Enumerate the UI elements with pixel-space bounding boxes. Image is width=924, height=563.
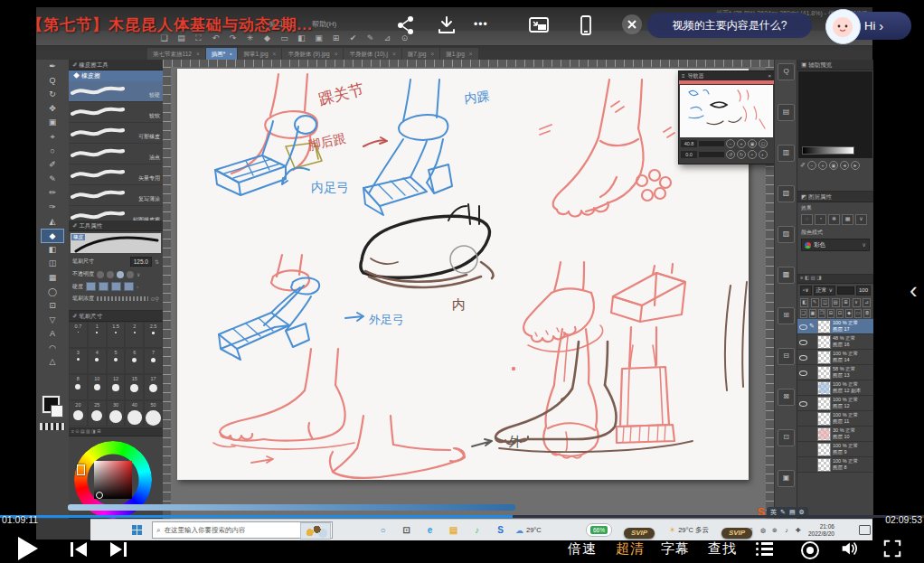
tool-icon[interactable]: A — [41, 327, 64, 342]
quality-button[interactable]: 超清 — [616, 540, 645, 558]
close-icon[interactable] — [622, 14, 642, 34]
subtitle-button[interactable]: 字幕 — [661, 540, 690, 558]
navigator-thumbnail[interactable] — [680, 85, 773, 137]
brush-size-cell[interactable]: 6 — [125, 348, 144, 374]
panel-launcher-icon[interactable]: ▩ — [778, 267, 795, 284]
canvas-horizontal-scrollbar[interactable] — [68, 504, 515, 511]
brush-size-cell[interactable]: 20 — [69, 400, 88, 427]
panel-launcher-icon[interactable]: ▤ — [778, 104, 795, 121]
layer-thumbnail[interactable] — [817, 366, 831, 380]
brush-size-cell[interactable]: 1.5 — [107, 322, 126, 348]
navigator-close-icon[interactable]: × — [768, 71, 771, 80]
taskbar-app-icon[interactable]: e — [423, 523, 437, 537]
layer-visibility-toggle[interactable] — [799, 399, 807, 408]
layer-row[interactable]: ✎ 100 % 正常图层 11 — [797, 411, 873, 427]
taskbar-app-icon[interactable]: ♪ — [470, 523, 484, 537]
layer-thumbnail[interactable] — [817, 443, 831, 456]
new-layer-icon[interactable]: ❑ — [800, 309, 807, 318]
brush-size-cell[interactable]: 8 — [69, 374, 88, 400]
start-button[interactable] — [132, 520, 142, 540]
record-icon[interactable] — [801, 541, 819, 559]
brush-size-cell[interactable]: 1 — [88, 322, 107, 348]
next-episode-button[interactable] — [108, 541, 128, 558]
zoom-out-icon[interactable]: − — [726, 139, 735, 148]
eyedropper-icon[interactable]: ✐ — [800, 162, 806, 169]
brush-size-cell[interactable]: 15 — [125, 374, 144, 400]
rotate-right-icon[interactable]: ↻ — [737, 150, 746, 159]
layer-visibility-toggle[interactable] — [799, 430, 807, 438]
layer-thumbnail[interactable] — [817, 427, 831, 441]
taskbar-app-icon[interactable]: S — [494, 523, 507, 537]
zoom-in-icon[interactable]: + — [737, 139, 746, 148]
layer-thumbnail[interactable] — [817, 320, 831, 333]
panel-launcher-icon[interactable]: ▥ — [778, 145, 795, 162]
fullscreen-icon[interactable] — [882, 539, 902, 558]
brush-size-cell[interactable]: 50 — [144, 400, 163, 427]
layer-row[interactable]: ✎ 100 % 正常图层 12 — [797, 396, 873, 411]
tray-icon[interactable]: ✚ — [793, 527, 804, 534]
tool-icon[interactable]: △ — [41, 355, 64, 370]
subtool-item[interactable]: 矢量专用 — [69, 164, 163, 185]
weather-tray[interactable]: ☀ 29°C 多云 — [669, 520, 709, 540]
taskbar-app-icon[interactable]: ▤ — [447, 523, 460, 537]
navigator-window[interactable]: ≡导航器 × 40.8 − — [678, 70, 775, 164]
volume-icon[interactable] — [839, 539, 859, 558]
brush-size-cell[interactable]: 0.7 — [69, 322, 88, 348]
layer-visibility-toggle[interactable] — [799, 369, 807, 377]
layer-thumbnail[interactable] — [817, 458, 831, 472]
tool-icon[interactable]: ◠ — [41, 342, 64, 356]
speed-button[interactable]: 倍速 — [568, 540, 597, 558]
tool-icon[interactable]: ✥ — [41, 102, 64, 117]
brush-size-value[interactable]: 125.0 — [130, 257, 152, 267]
layer-visibility-toggle[interactable] — [799, 415, 807, 423]
cast-icon[interactable] — [575, 14, 597, 36]
layer-thumbnail[interactable] — [817, 335, 831, 349]
navigator-rotate-value[interactable]: 0.0 — [681, 151, 697, 158]
flip-icon[interactable]: ◐ — [759, 150, 768, 159]
subtool-item[interactable]: 复写薄涂 — [69, 185, 163, 206]
brush-size-cell[interactable]: 12 — [107, 374, 126, 400]
zoom-reset-icon[interactable]: ◱ — [759, 139, 768, 148]
sv-marker[interactable] — [96, 492, 103, 499]
tool-icon[interactable]: ⊡ — [41, 299, 64, 314]
brush-size-cell[interactable]: 7 — [144, 348, 163, 374]
ai-prompt-pill[interactable]: 视频的主要内容是什么? — [647, 13, 812, 38]
assistant-button[interactable]: Hi › — [839, 12, 911, 40]
layer-row[interactable]: ✎ 58 % 正常图层 13 — [797, 365, 873, 380]
tray-icon[interactable]: ♪ — [781, 527, 792, 533]
background-color-swatch[interactable] — [51, 405, 63, 418]
tool-icon[interactable]: ▦ — [41, 271, 64, 286]
drawing-canvas[interactable]: 踝关节 脚后跟 内足弓 内踝 内 外足弓 外 — [177, 69, 749, 480]
miniplayer-icon[interactable] — [528, 14, 550, 36]
layer-row[interactable]: ✎ 48 % 正常图层 16 — [797, 334, 873, 350]
rotate-reset-icon[interactable]: • — [748, 150, 757, 159]
layer-visibility-toggle[interactable] — [799, 323, 807, 331]
taskbar-clock[interactable]: 21:062022/8/20 — [808, 520, 834, 540]
panel-launcher-icon[interactable]: ▨ — [778, 226, 795, 243]
layer-visibility-toggle[interactable] — [799, 353, 807, 361]
tool-icon[interactable]: Q — [41, 74, 64, 89]
rotate-left-icon[interactable]: ↺ — [726, 150, 735, 159]
previous-episode-button[interactable] — [69, 541, 89, 558]
layer-row[interactable]: ✎ 100 % 正常图层 17 — [797, 319, 873, 334]
brush-size-cell[interactable]: 5 — [107, 348, 126, 374]
brush-size-cell[interactable]: 25 — [88, 400, 107, 427]
subtool-item[interactable]: 可塑橡皮 — [69, 123, 163, 144]
playlist-icon[interactable] — [756, 542, 773, 558]
layer-row[interactable]: ✎ 30 % 正常图层 10 — [797, 427, 873, 442]
tool-icon[interactable]: ↻ — [41, 88, 64, 102]
tool-icon[interactable]: ⌖ — [41, 130, 64, 145]
navigator-zoom-value[interactable]: 40.8 — [681, 140, 697, 147]
panel-launcher-icon[interactable]: ⊡ — [778, 429, 795, 446]
layer-lock-icon[interactable]: ◧ — [800, 298, 808, 307]
layer-visibility-toggle[interactable] — [799, 384, 807, 392]
layer-thumbnail[interactable] — [817, 412, 831, 426]
hardness-slider[interactable] — [86, 282, 96, 291]
progress-bar[interactable] — [0, 515, 924, 518]
tool-icon[interactable]: ▽ — [41, 314, 64, 328]
brush-size-cell[interactable]: 4 — [88, 348, 107, 374]
opacity-slider[interactable] — [837, 286, 854, 295]
tray-icon[interactable]: ⊛ — [769, 527, 780, 534]
layer-row[interactable]: ✎ 100 % 正常图层 8 — [797, 457, 873, 473]
tool-icon[interactable]: ◫ — [41, 257, 64, 271]
